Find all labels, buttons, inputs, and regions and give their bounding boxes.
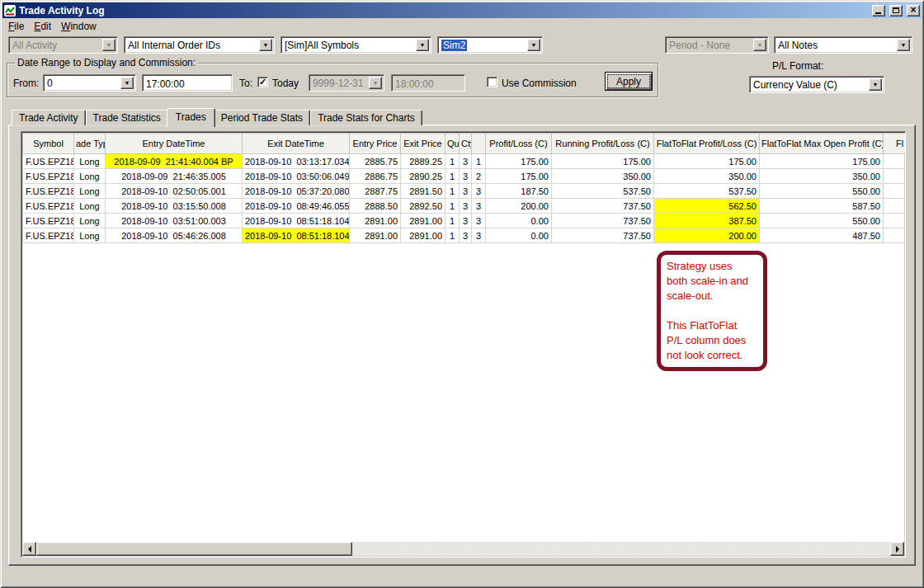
column-header[interactable]: Symbol xyxy=(23,134,74,154)
table-row[interactable]: F.US.EPZ18Long2018-09-10 05:46:26.008201… xyxy=(23,228,907,243)
dropdown-arrow-icon[interactable]: ▼ xyxy=(120,77,134,89)
table-cell: 2891.50 xyxy=(401,184,446,199)
table-row[interactable]: F.US.EPZ18Long2018-09-09 21:41:40.004 BP… xyxy=(23,154,907,169)
column-header[interactable]: Entry Price xyxy=(350,134,401,154)
table-cell: 2 xyxy=(472,169,486,184)
tab-trade-stats-for-charts[interactable]: Trade Stats for Charts xyxy=(310,110,422,125)
table-cell xyxy=(884,184,907,199)
scroll-left-button[interactable] xyxy=(22,542,36,556)
table-cell: 3 xyxy=(460,184,472,199)
dropdown-arrow-icon[interactable]: ▼ xyxy=(416,39,429,51)
to-date-select[interactable]: 9999-12-31 ▼ xyxy=(309,74,384,92)
to-time-input xyxy=(391,74,465,92)
scroll-right-button[interactable] xyxy=(890,542,904,556)
dropdown-arrow-icon[interactable]: ▼ xyxy=(259,39,272,51)
apply-button[interactable]: Apply xyxy=(605,72,653,91)
menu-window[interactable]: Window xyxy=(56,20,101,33)
scroll-right-icon xyxy=(896,546,903,553)
column-header[interactable] xyxy=(472,134,486,154)
table-row[interactable]: F.US.EPZ18Long2018-09-09 21:46:35.005201… xyxy=(23,169,907,184)
table-cell: 2018-09-09 21:46:35.005 xyxy=(106,169,243,184)
table-row[interactable]: F.US.EPZ18Long2018-09-10 02:50:05.001201… xyxy=(23,184,907,199)
scroll-left-icon xyxy=(25,546,31,553)
table-cell: 3 xyxy=(472,184,486,199)
column-header[interactable]: ade Typ xyxy=(74,134,106,154)
table-cell: 350.00 xyxy=(552,169,654,184)
trades-table: Symbolade TypEntry DateTimeExit DateTime… xyxy=(22,133,906,243)
column-header[interactable]: Entry DateTime xyxy=(106,134,243,154)
column-header[interactable]: Running Profit/Loss (C) xyxy=(552,134,654,154)
table-cell: 200.00 xyxy=(654,228,760,243)
menu-edit[interactable]: Edit xyxy=(29,20,56,33)
dropdown-arrow-icon[interactable]: ▼ xyxy=(527,39,540,51)
menu-bar: FileEditWindow xyxy=(3,19,101,34)
column-header[interactable]: Exit DateTime xyxy=(243,134,350,154)
table-cell: 2892.50 xyxy=(401,199,446,214)
table-cell xyxy=(884,154,907,169)
table-cell: 2018-09-10 02:50:05.001 xyxy=(106,184,243,199)
order-ids-filter-value: All Internal Order IDs xyxy=(128,40,257,51)
table-row[interactable]: F.US.EPZ18Long2018-09-10 03:15:50.008201… xyxy=(23,199,907,214)
column-header[interactable]: Profit/Loss (C) xyxy=(486,134,552,154)
table-cell: 2018-09-10 03:51:00.003 xyxy=(106,214,243,228)
table-cell: F.US.EPZ18 xyxy=(23,228,74,243)
column-header[interactable]: Exit Price xyxy=(401,134,446,154)
today-label: Today xyxy=(272,78,299,89)
table-cell: 1 xyxy=(446,228,460,243)
order-ids-filter-select[interactable]: All Internal Order IDs ▼ xyxy=(124,36,275,54)
window-title: Trade Activity Log xyxy=(18,5,868,16)
period-filter-select[interactable]: Period - None ▼ xyxy=(665,36,769,54)
notes-filter-select[interactable]: All Notes ▼ xyxy=(774,36,912,54)
dropdown-arrow-icon[interactable]: ▼ xyxy=(869,78,882,91)
table-row[interactable]: F.US.EPZ18Long2018-09-10 03:51:00.003201… xyxy=(23,214,907,228)
pl-format-select[interactable]: Currency Value (C) ▼ xyxy=(749,76,884,93)
table-cell: 350.00 xyxy=(760,169,884,184)
table-cell: 1 xyxy=(446,214,460,228)
table-cell: 187.50 xyxy=(486,184,552,199)
table-cell: 200.00 xyxy=(486,199,552,214)
column-header[interactable]: Quen xyxy=(446,134,460,154)
table-cell: 3 xyxy=(460,199,472,214)
table-cell: F.US.EPZ18 xyxy=(23,199,74,214)
table-cell: F.US.EPZ18 xyxy=(23,169,74,184)
table-cell: 2887.75 xyxy=(350,184,401,199)
table-cell: 2891.00 xyxy=(401,214,446,228)
use-commission-checkbox[interactable] xyxy=(487,77,497,87)
app-icon[interactable] xyxy=(4,5,16,16)
table-cell: Long xyxy=(74,199,106,214)
table-cell: 175.00 xyxy=(552,154,654,169)
tab-period-trade-stats[interactable]: Period Trade Stats xyxy=(214,110,310,125)
column-header[interactable]: FlatToFlat Profit/Loss (C) xyxy=(654,134,760,154)
scrollbar-thumb[interactable] xyxy=(36,542,352,556)
from-value-select[interactable]: 0 ▼ xyxy=(43,74,136,92)
account-filter-select[interactable]: Sim2 ▼ xyxy=(437,36,543,54)
tab-trade-statistics[interactable]: Trade Statistics xyxy=(86,110,168,125)
close-button[interactable]: × xyxy=(907,5,920,16)
tab-trade-activity[interactable]: Trade Activity xyxy=(12,110,86,125)
table-cell xyxy=(884,228,907,243)
table-cell: 3 xyxy=(472,199,486,214)
table-cell: 562.50 xyxy=(654,199,760,214)
column-header[interactable]: Cty xyxy=(460,134,472,154)
minimize-button[interactable] xyxy=(872,5,885,16)
table-cell: 2018-09-10 05:46:26.008 xyxy=(106,228,243,243)
dropdown-arrow-icon[interactable]: ▼ xyxy=(897,39,910,51)
table-cell: 3 xyxy=(460,154,472,169)
maximize-button[interactable] xyxy=(889,5,903,16)
column-header[interactable]: FlatToFlat Max Open Profit (C) xyxy=(760,134,884,154)
close-icon: × xyxy=(910,5,916,15)
activity-filter-select[interactable]: All Activity ▼ xyxy=(8,36,118,54)
table-cell: 2018-09-09 21:41:40.004 BP xyxy=(106,154,243,169)
today-checkbox[interactable]: ✓ xyxy=(257,77,268,87)
tab-trades[interactable]: Trades xyxy=(167,108,215,127)
table-cell: 2018-09-10 08:51:18.104 EP xyxy=(243,228,350,243)
pl-format-value: Currency Value (C) xyxy=(753,79,867,91)
table-cell: 537.50 xyxy=(654,184,760,199)
table-cell: 2891.00 xyxy=(350,214,401,228)
symbols-filter-select[interactable]: [Sim]All Symbols ▼ xyxy=(280,36,431,54)
table-cell: 2886.75 xyxy=(350,169,401,184)
menu-file[interactable]: File xyxy=(3,20,29,33)
from-time-input[interactable] xyxy=(142,74,233,92)
column-header[interactable]: Fl xyxy=(884,134,907,154)
table-cell: 1 xyxy=(446,154,460,169)
